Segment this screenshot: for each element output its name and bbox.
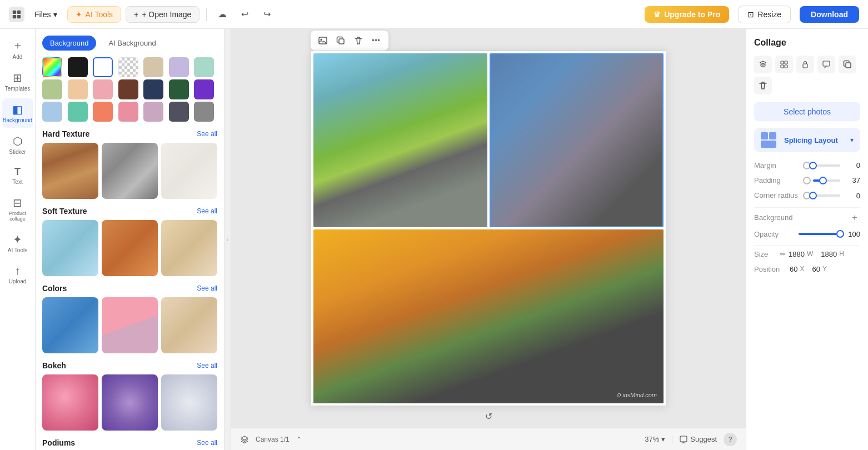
opacity-slider-thumb[interactable] — [836, 230, 844, 238]
canvas-tool-copy[interactable] — [333, 33, 348, 48]
color-peach[interactable] — [68, 79, 88, 99]
collage-cell-3[interactable]: ⊙ insMind.com — [313, 229, 664, 403]
opacity-slider-track[interactable] — [799, 233, 840, 235]
opacity-value: 100 — [845, 230, 860, 238]
download-button[interactable]: Download — [800, 6, 859, 23]
color-brown[interactable] — [118, 79, 138, 99]
rp-grid-icon-btn[interactable] — [775, 56, 793, 73]
texture-wood[interactable] — [42, 143, 98, 199]
color-mint[interactable] — [194, 57, 214, 77]
logo-button[interactable] — [9, 7, 24, 22]
canvas-tool-image[interactable] — [315, 33, 331, 48]
color-thumb-blue[interactable] — [42, 297, 98, 353]
rotate-indicator[interactable]: ↺ — [483, 411, 494, 422]
canvas-tool-delete[interactable] — [351, 33, 366, 48]
select-photos-label: Select photos — [784, 107, 831, 116]
bokeh-white[interactable] — [161, 374, 217, 431]
tab-background[interactable]: Background — [42, 36, 96, 51]
bokeh-see-all[interactable]: See all — [197, 362, 217, 369]
margin-slider-track[interactable] — [813, 164, 840, 167]
margin-slider-thumb[interactable] — [809, 162, 817, 169]
sidebar-item-text-label: Text — [12, 179, 22, 185]
canvas-layers-icon[interactable] — [240, 435, 249, 444]
color-purple-vivid[interactable] — [194, 79, 214, 99]
open-image-button[interactable]: + + Open Image — [126, 6, 199, 23]
bokeh-pink[interactable] — [42, 374, 98, 431]
sidebar-item-add[interactable]: ＋ Add — [2, 33, 33, 64]
sidebar-item-text[interactable]: T Text — [2, 162, 33, 189]
sidebar-item-sticker[interactable]: ⬡ Sticker — [2, 130, 33, 159]
redo-button[interactable]: ↪ — [258, 6, 276, 23]
rp-layers-icon-btn[interactable] — [754, 56, 772, 73]
color-white[interactable] — [93, 57, 113, 77]
undo-button[interactable]: ↩ — [236, 6, 253, 23]
color-rose[interactable] — [118, 102, 138, 122]
bokeh-purple[interactable] — [102, 374, 158, 431]
color-thumb-beige[interactable] — [161, 297, 217, 353]
resize-button[interactable]: ⊡ Resize — [738, 6, 791, 23]
padding-slider-thumb[interactable] — [819, 177, 827, 184]
color-dark-navy[interactable] — [143, 79, 163, 99]
collage-cell-2[interactable] — [490, 53, 664, 227]
texture-gray[interactable] — [102, 143, 158, 199]
sidebar-item-templates[interactable]: ⊞ Templates — [2, 67, 33, 96]
color-black[interactable] — [68, 57, 88, 77]
padding-slider-track[interactable] — [813, 179, 840, 182]
sidebar-item-product-collage[interactable]: ⊟ Product collage — [2, 192, 33, 226]
color-thumb-pink[interactable] — [102, 297, 158, 353]
colors-see-all[interactable]: See all — [197, 284, 217, 292]
color-medium-gray[interactable] — [194, 102, 214, 122]
rp-comment-icon-btn[interactable] — [817, 56, 835, 73]
corner-radius-slider-thumb[interactable] — [809, 192, 817, 199]
hard-texture-see-all[interactable]: See all — [197, 130, 217, 138]
color-coral[interactable] — [93, 102, 113, 122]
color-sand[interactable] — [143, 57, 163, 77]
color-lavender[interactable] — [169, 57, 189, 77]
panel-collapse-handle[interactable]: ‹ — [225, 29, 231, 450]
sidebar-item-upload[interactable]: ↑ Upload — [2, 260, 33, 289]
canvas-frame[interactable]: ⊙ insMind.com — [311, 51, 666, 406]
podiums-see-all[interactable]: See all — [197, 439, 217, 447]
soft-texture-see-all[interactable]: See all — [197, 207, 217, 215]
color-forest[interactable] — [169, 79, 189, 99]
color-sky[interactable] — [42, 102, 62, 122]
canvas-expand-icon[interactable]: ⌃ — [296, 436, 302, 443]
color-pink-light[interactable] — [93, 79, 113, 99]
texture-water[interactable] — [42, 220, 98, 276]
files-button[interactable]: Files ▾ — [29, 7, 63, 22]
splicing-layout-row[interactable]: Splicing Layout ▾ — [754, 128, 860, 152]
canvas-tool-more[interactable]: ••• — [368, 33, 384, 48]
color-sage[interactable] — [42, 79, 62, 99]
zoom-chevron-icon: ▾ — [661, 435, 665, 443]
sidebar-item-product-collage-label: Product collage — [4, 211, 31, 222]
collage-cell-1[interactable] — [313, 53, 487, 227]
rp-copy-icon-btn[interactable] — [839, 56, 856, 73]
color-mauve[interactable] — [143, 102, 163, 122]
suggest-button[interactable]: Suggest — [679, 435, 717, 444]
corner-radius-slider-track[interactable] — [813, 194, 840, 197]
color-teal[interactable] — [68, 102, 88, 122]
crown-icon: ♛ — [654, 10, 661, 19]
padding-slider-btn[interactable] — [803, 177, 811, 184]
right-panel-icons — [754, 56, 860, 94]
select-photos-button[interactable]: Select photos — [754, 102, 860, 121]
ai-tools-button[interactable]: ✦ AI Tools — [67, 6, 122, 23]
sidebar-item-background[interactable]: ◧ Background — [2, 98, 33, 128]
color-rainbow[interactable] — [42, 57, 62, 77]
sidebar-item-ai-tools[interactable]: ✦ AI Tools — [2, 228, 33, 258]
background-add-button[interactable]: + — [849, 212, 860, 223]
color-light-gray-check[interactable] — [118, 57, 138, 77]
color-dark-gray[interactable] — [169, 102, 189, 122]
texture-white-soft[interactable] — [161, 143, 217, 199]
rp-lock-icon-btn[interactable] — [796, 56, 814, 73]
tab-ai-background[interactable]: AI Background — [101, 36, 163, 51]
zoom-indicator[interactable]: 37% ▾ — [645, 435, 665, 443]
upgrade-button[interactable]: ♛ Upgrade to Pro — [645, 6, 729, 23]
help-button[interactable]: ? — [724, 433, 737, 446]
texture-orange[interactable] — [102, 220, 158, 276]
cloud-save-button[interactable]: ☁ — [213, 6, 231, 23]
collapse-chevron-icon: ‹ — [227, 237, 228, 243]
svg-rect-12 — [803, 64, 807, 68]
rp-delete-icon-btn[interactable] — [754, 77, 772, 94]
texture-cream[interactable] — [161, 220, 217, 276]
